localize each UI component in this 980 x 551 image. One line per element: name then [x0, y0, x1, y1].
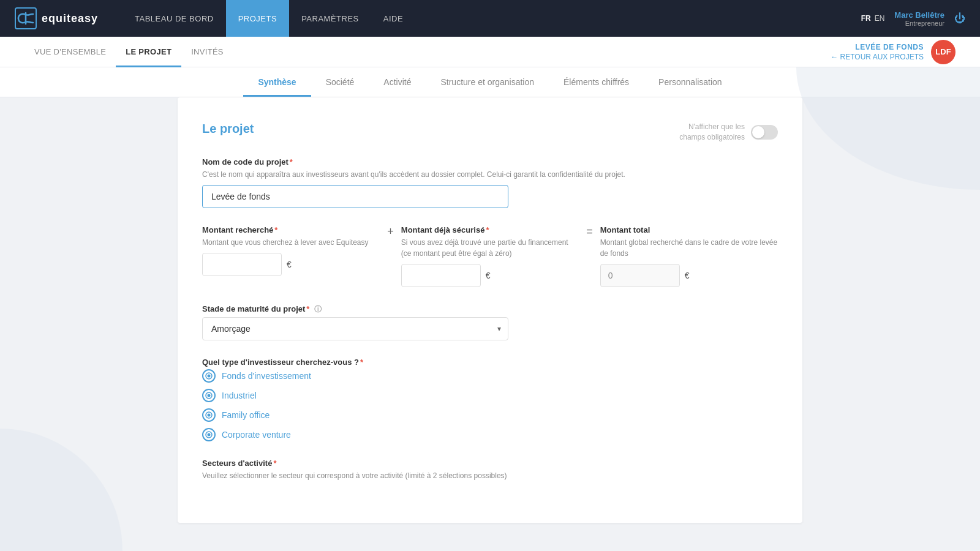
- investor-label-family-office: Family office: [222, 410, 270, 420]
- nav-tableau-de-bord[interactable]: TABLEAU DE BORD: [123, 0, 226, 37]
- svg-point-2: [208, 374, 211, 377]
- tab-societe[interactable]: Société: [311, 67, 369, 97]
- logo-text: equiteasy: [42, 12, 98, 25]
- montant-recherche-input[interactable]: [202, 253, 282, 276]
- secondnav-tabs: VUE D'ENSEMBLE LE PROJET INVITÉS: [24, 37, 233, 67]
- svg-point-6: [208, 413, 211, 416]
- plus-operator: +: [380, 225, 401, 246]
- section-header: Le projet N'afficher que les champs obli…: [202, 122, 778, 143]
- investor-label-industriel: Industriel: [222, 391, 257, 400]
- montant-securise-desc: Si vous avez déjà trouvé une partie du f…: [401, 237, 579, 259]
- levee-label: LEVÉE DE FONDS: [831, 43, 924, 51]
- tab-structure[interactable]: Structure et organisation: [426, 67, 549, 97]
- toggle-label: N'afficher que les champs obligatoires: [671, 122, 745, 143]
- tab-vue-ensemble[interactable]: VUE D'ENSEMBLE: [24, 37, 116, 67]
- logo-mark: [15, 7, 37, 29]
- page-background: Synthèse Société Activité Structure et o…: [0, 67, 980, 551]
- check-icon-family-office: [202, 408, 216, 422]
- montant-recherche-euro: €: [287, 260, 292, 269]
- tab-synthese[interactable]: Synthèse: [243, 67, 311, 97]
- code-description: C'est le nom qui apparaîtra aux investis…: [202, 169, 778, 180]
- stade-select[interactable]: Amorçage: [202, 317, 508, 340]
- montant-securise-label: Montant déjà sécurisé*: [401, 225, 579, 234]
- investor-type-label: Quel type d'investisseur cherchez-vous ?…: [202, 358, 778, 367]
- lang-en[interactable]: EN: [875, 14, 885, 23]
- investor-list: Fonds d'investissement Industriel Family…: [202, 369, 778, 441]
- secondary-navigation: VUE D'ENSEMBLE LE PROJET INVITÉS LEVÉE D…: [0, 37, 980, 67]
- code-input[interactable]: [202, 185, 508, 208]
- montant-total-label: Montant total: [600, 225, 778, 234]
- retour-link[interactable]: RETOUR AUX PROJETS: [831, 53, 924, 61]
- stade-field-group: Stade de maturité du projet* ⓘ Amorçage …: [202, 304, 778, 340]
- montant-securise-col: Montant déjà sécurisé* Si vous avez déjà…: [401, 225, 579, 287]
- montant-recherche-input-wrap: €: [202, 253, 380, 276]
- nav-links: TABLEAU DE BORD PROJETS PARAMÈTRES AIDE: [123, 0, 861, 37]
- investor-item-corporate[interactable]: Corporate venture: [202, 428, 778, 441]
- logo[interactable]: equiteasy: [15, 7, 98, 29]
- check-icon-corporate: [202, 428, 216, 441]
- power-icon[interactable]: ⏻: [954, 12, 965, 25]
- check-icon-fonds: [202, 369, 216, 383]
- tab-elements[interactable]: Éléments chiffrés: [549, 67, 644, 97]
- nav-aide[interactable]: AIDE: [371, 0, 415, 37]
- montant-total-desc: Montant global recherché dans le cadre d…: [600, 237, 778, 259]
- user-name: Marc Bellêtre: [894, 10, 944, 20]
- tab-invites[interactable]: INVITÉS: [181, 37, 233, 67]
- svg-point-4: [208, 394, 211, 397]
- investor-item-industriel[interactable]: Industriel: [202, 389, 778, 402]
- nav-projets[interactable]: PROJETS: [226, 0, 289, 37]
- investor-item-fonds[interactable]: Fonds d'investissement: [202, 369, 778, 383]
- top-navigation: equiteasy TABLEAU DE BORD PROJETS PARAMÈ…: [0, 0, 980, 37]
- montant-total-col: Montant total Montant global recherché d…: [600, 225, 778, 287]
- montant-total-input: [600, 264, 680, 287]
- montant-total-euro: €: [685, 271, 690, 280]
- levee-info: LEVÉE DE FONDS RETOUR AUX PROJETS: [831, 43, 924, 61]
- montant-recherche-label: Montant recherché*: [202, 225, 380, 234]
- montant-recherche-col: Montant recherché* Montant que vous cher…: [202, 225, 380, 276]
- stade-help-icon[interactable]: ⓘ: [314, 305, 322, 313]
- investor-type-group: Quel type d'investisseur cherchez-vous ?…: [202, 358, 778, 441]
- required-fields-toggle[interactable]: [751, 125, 778, 140]
- montant-securise-input-wrap: €: [401, 264, 579, 287]
- montant-row: Montant recherché* Montant que vous cher…: [202, 225, 778, 287]
- user-info: Marc Bellêtre Entrepreneur: [894, 10, 944, 27]
- montant-recherche-desc: Montant que vous cherchez à lever avec E…: [202, 237, 380, 248]
- montant-securise-euro: €: [486, 271, 491, 280]
- equals-operator: =: [579, 225, 600, 246]
- investor-item-family-office[interactable]: Family office: [202, 408, 778, 422]
- topnav-right: FR EN Marc Bellêtre Entrepreneur ⏻: [861, 10, 965, 27]
- secteurs-label: Secteurs d'activité*: [202, 459, 778, 468]
- check-icon-industriel: [202, 389, 216, 402]
- tab-personnalisation[interactable]: Personnalisation: [644, 67, 737, 97]
- secteurs-group: Secteurs d'activité* Veuillez sélectionn…: [202, 459, 778, 481]
- code-label: Nom de code du projet*: [202, 157, 778, 167]
- user-role: Entrepreneur: [894, 20, 944, 27]
- code-field-group: Nom de code du projet* C'est le nom qui …: [202, 157, 778, 208]
- stade-label: Stade de maturité du projet* ⓘ: [202, 304, 778, 315]
- section-title: Le projet: [202, 122, 254, 136]
- secondnav-right: LEVÉE DE FONDS RETOUR AUX PROJETS LDF: [831, 40, 956, 64]
- montant-securise-input[interactable]: [401, 264, 481, 287]
- lang-fr[interactable]: FR: [861, 14, 871, 23]
- investor-label-corporate: Corporate venture: [222, 430, 291, 440]
- language-switcher: FR EN: [861, 14, 885, 23]
- nav-parametres[interactable]: PARAMÈTRES: [289, 0, 371, 37]
- main-form-card: Le projet N'afficher que les champs obli…: [178, 97, 802, 523]
- stade-select-wrap: Amorçage ▾: [202, 317, 508, 340]
- svg-point-8: [208, 433, 211, 436]
- secteurs-desc: Veuillez sélectionner le secteur qui cor…: [202, 470, 778, 481]
- toggle-wrap: N'afficher que les champs obligatoires: [671, 122, 778, 143]
- montant-total-input-wrap: €: [600, 264, 778, 287]
- inner-tabs: Synthèse Société Activité Structure et o…: [243, 67, 736, 97]
- tab-le-projet[interactable]: LE PROJET: [116, 37, 181, 67]
- tab-activite[interactable]: Activité: [369, 67, 426, 97]
- ldf-badge: LDF: [931, 40, 956, 64]
- bg-decoration-2: [0, 429, 123, 551]
- investor-label-fonds: Fonds d'investissement: [222, 371, 311, 381]
